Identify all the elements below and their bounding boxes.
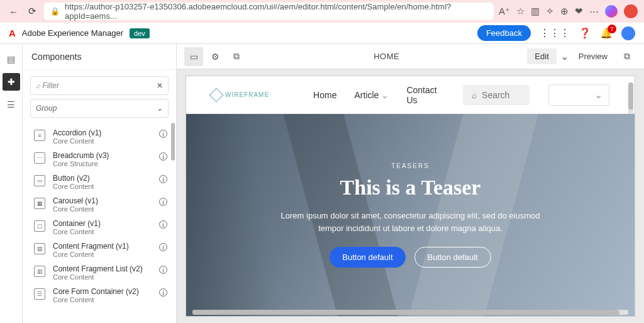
notifications-icon[interactable]: 🔔7 [600, 27, 613, 39]
chevron-down-icon: ⌄ [594, 89, 602, 101]
info-icon[interactable]: i [159, 175, 167, 183]
component-item[interactable]: ☰Core Form Container (v2)Core Contenti [23, 284, 176, 307]
menu-icon[interactable]: ⋯ [589, 6, 599, 17]
extensions-icon[interactable]: ⊕ [560, 6, 569, 17]
adobe-logo-icon: A [9, 28, 16, 38]
chevron-down-icon: ⌄ [381, 90, 389, 100]
browser-actions: A⁺ ☆ ▥ ✧ ⊕ ❤ ⋯ [499, 4, 638, 18]
url-text: https://author-p103257-e1350306.adobeaem… [65, 2, 487, 21]
info-icon[interactable]: i [159, 198, 167, 206]
chevron-down-icon[interactable]: ⌄ [560, 50, 569, 62]
feedback-button[interactable]: Feedback [477, 25, 531, 41]
rail-tree-icon[interactable]: ☰ [3, 96, 20, 113]
component-icon: ▭ [34, 175, 45, 186]
component-item[interactable]: ▦Carousel (v1)Core Contenti [23, 193, 176, 216]
nav-contact[interactable]: Contact Us [406, 85, 444, 105]
user-avatar[interactable] [621, 26, 635, 40]
info-icon[interactable]: i [159, 130, 167, 138]
left-rail: ▤ ✚ ☰ [0, 44, 23, 323]
hero-title: This is a Teaser [340, 176, 481, 200]
url-bar[interactable]: 🔒 https://author-p103257-e1350306.adobea… [44, 3, 494, 20]
editor-area: ▭ ⚙ ⧉ HOME Edit ⌄ Preview ⧉ WIREFRAME [177, 44, 644, 323]
info-icon[interactable]: i [159, 266, 167, 274]
component-item[interactable]: ≡Accordion (v1)Core Contenti [23, 125, 176, 148]
component-item[interactable]: ⋯Breadcrumb (v3)Core Structurei [23, 148, 176, 171]
nav-home[interactable]: Home [313, 85, 336, 105]
component-icon: ▥ [34, 266, 45, 277]
info-icon[interactable]: i [159, 243, 167, 251]
notification-count: 7 [608, 25, 616, 33]
refresh-button[interactable]: ⟳ [26, 3, 39, 20]
layout-desktop-icon[interactable]: ▭ [184, 47, 203, 66]
mode-select[interactable]: Edit [527, 48, 556, 64]
component-item[interactable]: ▢Container (v1)Core Contenti [23, 216, 176, 239]
hero-primary-button[interactable]: Button default [330, 247, 405, 268]
split-icon[interactable]: ▥ [531, 6, 540, 17]
clear-filter-icon[interactable]: ✕ [157, 81, 163, 90]
components-panel: Components ⌕ Filter ✕ Group ⌄ ≡Accordion… [23, 44, 177, 323]
collections-icon[interactable]: ✧ [546, 6, 554, 17]
rail-assets-icon[interactable]: ▤ [3, 50, 20, 68]
component-icon: ▤ [34, 243, 45, 254]
filter-placeholder: Filter [42, 81, 59, 90]
component-icon: ⋯ [34, 152, 45, 164]
nav-article[interactable]: Article ⌄ [354, 85, 389, 105]
lock-icon: 🔒 [50, 7, 60, 16]
page-canvas[interactable]: WIREFRAME Home Article ⌄ Contact Us ⌕ Se… [186, 76, 635, 317]
search-input[interactable]: ⌕ Search [463, 85, 530, 105]
info-icon[interactable]: i [159, 152, 167, 161]
component-item[interactable]: ▤Content Fragment (v1)Core Contenti [23, 239, 176, 261]
preview-button[interactable]: Preview [572, 48, 614, 64]
site-header: WIREFRAME Home Article ⌄ Contact Us ⌕ Se… [186, 76, 635, 114]
page-properties-icon[interactable]: ⧉ [618, 47, 636, 66]
favorite-icon[interactable]: ☆ [516, 6, 525, 17]
info-icon[interactable]: i [159, 288, 167, 297]
chevron-down-icon: ⌄ [157, 104, 163, 113]
search-icon: ⌕ [472, 90, 477, 100]
info-icon[interactable]: i [159, 220, 167, 229]
site-brand[interactable]: WIREFRAME [211, 90, 269, 100]
hero-teaser[interactable]: TEASERS This is a Teaser Lorem ipsum dol… [186, 114, 635, 316]
filter-input[interactable]: ⌕ Filter ✕ [30, 76, 169, 95]
settings-icon[interactable]: ⚙ [206, 47, 225, 66]
search-icon: ⌕ [36, 81, 40, 90]
panel-title: Components [23, 44, 176, 70]
browser-toolbar: ← ⟳ 🔒 https://author-p103257-e1350306.ad… [0, 0, 644, 23]
brand-logo-icon [209, 88, 224, 102]
component-icon: ≡ [34, 130, 45, 141]
back-button[interactable]: ← [6, 4, 21, 20]
group-select[interactable]: Group ⌄ [30, 99, 169, 118]
site-nav: Home Article ⌄ Contact Us [313, 85, 444, 105]
profile-avatar[interactable] [624, 4, 638, 18]
hero-secondary-button[interactable]: Button default [414, 247, 491, 268]
language-select[interactable]: ⌄ [548, 84, 609, 106]
devices-icon[interactable]: ⧉ [227, 47, 246, 66]
copilot-icon[interactable] [605, 5, 618, 18]
component-icon: ▢ [34, 220, 45, 232]
aem-header: A Adobe Experience Manager dev Feedback … [0, 23, 644, 44]
component-item[interactable]: ▥Content Fragment List (v2)Core Contenti [23, 261, 176, 284]
group-label: Group [36, 104, 57, 113]
component-icon: ▦ [34, 198, 45, 209]
component-item[interactable]: ▭Button (v2)Core Contenti [23, 171, 176, 193]
component-list: ≡Accordion (v1)Core Contenti ⋯Breadcrumb… [23, 123, 176, 323]
apps-icon[interactable]: ⋮⋮⋮ [540, 27, 570, 39]
env-badge: dev [130, 28, 150, 38]
page-title: HOME [246, 52, 527, 61]
product-name: Adobe Experience Manager [22, 28, 123, 38]
scrollbar[interactable] [192, 310, 628, 315]
help-icon[interactable]: ❓ [579, 27, 591, 39]
hero-body: Lorem ipsum dolor sit amet, consectetur … [272, 210, 549, 234]
component-icon: ☰ [34, 288, 45, 300]
hero-eyebrow: TEASERS [391, 162, 430, 169]
heart-icon[interactable]: ❤ [575, 6, 583, 17]
rail-components-icon[interactable]: ✚ [3, 73, 20, 91]
read-aloud-icon[interactable]: A⁺ [499, 6, 510, 17]
editor-toolbar: ▭ ⚙ ⧉ HOME Edit ⌄ Preview ⧉ [177, 44, 644, 69]
